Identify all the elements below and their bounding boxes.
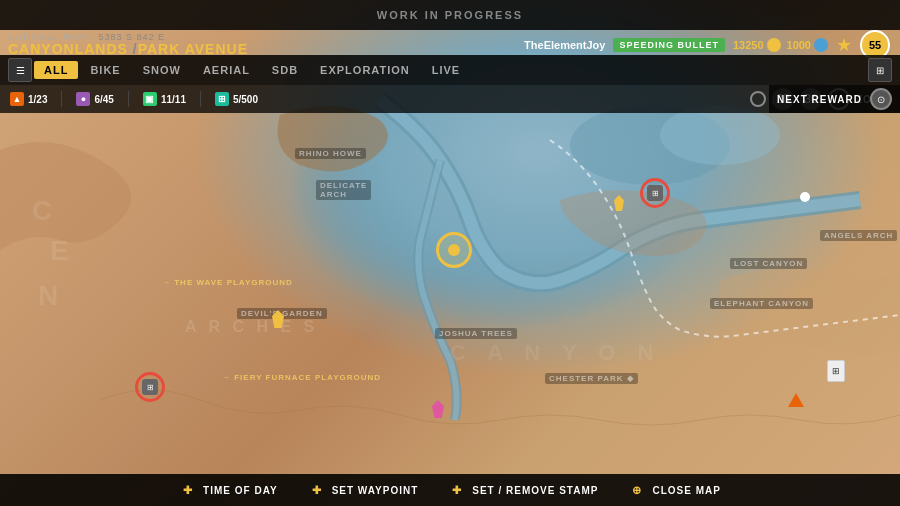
map-label-elephant: ELEPHANT CANYON [710,298,813,309]
map-label-angels: ANGELS ARCH [820,230,897,241]
work-in-progress-label: WORK IN PROGRESS [377,9,523,21]
filter-divider-2 [128,91,129,107]
filter-purple-count: 6/45 [94,94,113,105]
filter-purple-icon: ● [76,92,90,106]
nav-menu-icon[interactable]: ☰ [8,58,32,82]
nav-tab-live[interactable]: LIVE [422,61,470,79]
nav-search-icon[interactable]: ⊞ [868,58,892,82]
map-label-joshua: JOSHUA TREES [435,328,517,339]
marker-red-left[interactable]: ⊞ [135,372,165,402]
nav-tab-aerial[interactable]: AERIAL [193,61,260,79]
marker-pin-pink[interactable] [432,400,444,418]
close-map-label: CLOSE MAP [652,485,720,496]
zoom-icon-minus [750,91,766,107]
marker-warning[interactable] [788,393,804,407]
time-of-day-icon: ✚ [179,481,197,499]
set-remove-stamp-action[interactable]: ✚ SET / REMOVE STAMP [448,481,598,499]
marker-pin-right[interactable] [614,195,624,211]
filter-teal-icon: ⊞ [215,92,229,106]
marker-small-right[interactable]: ⊞ [827,360,845,382]
marker-player[interactable] [436,232,472,268]
close-map-icon: ⊕ [628,481,646,499]
nav-tab-exploration[interactable]: EXPLORATION [310,61,420,79]
set-waypoint-action[interactable]: ✚ SET WAYPOINT [308,481,419,499]
time-of-day-label: TIME OF DAY [203,485,278,496]
filter-green-count: 11/11 [161,94,186,105]
filter-orange-count: 1/23 [28,94,47,105]
currency-info: 13250 1000 [733,38,828,52]
marker-pin-left[interactable] [272,310,284,328]
filter-green[interactable]: ▣ 11/11 [143,92,186,106]
close-map-action[interactable]: ⊕ CLOSE MAP [628,481,720,499]
nav-tab-bike[interactable]: BIKE [80,61,130,79]
time-of-day-action[interactable]: ✚ TIME OF DAY [179,481,278,499]
filter-teal[interactable]: ⊞ 5/500 [215,92,258,106]
tokens-display: 1000 [787,38,828,52]
nav-bar: ☰ ALL BIKE SNOW AERIAL SDB EXPLORATION L… [0,55,900,85]
next-reward-label: NEXT REWARD [777,94,862,105]
map-label-delicate: DELICATEARCH [316,180,371,200]
filter-orange[interactable]: ▲ 1/23 [10,92,47,106]
filters-bar: ▲ 1/23 ● 6/45 ▣ 11/11 ⊞ 5/500 20 30 ZOOM [0,85,900,113]
filter-purple[interactable]: ● 6/45 [76,92,113,106]
filter-green-icon: ▣ [143,92,157,106]
set-remove-stamp-label: SET / REMOVE STAMP [472,485,598,496]
nav-tab-snow[interactable]: SNOW [133,61,191,79]
filter-orange-icon: ▲ [10,92,24,106]
next-reward-panel: NEXT REWARD ⊙ [769,85,900,113]
map-label-lost-canyon: LOST CANYON [730,258,807,269]
gold-coin-icon [767,38,781,52]
player-name: TheElementJoy [524,39,605,51]
filter-divider-1 [61,91,62,107]
star-icon: ★ [836,34,852,56]
top-bar: WORK IN PROGRESS [0,0,900,30]
filter-teal-count: 5/500 [233,94,258,105]
map-label-chester: CHESTER PARK ◆ [545,373,638,384]
map-label-rhino: RHINO HOWE [295,148,366,159]
map-sublabel-wave: → THE WAVE PLAYGROUND [162,278,293,287]
next-reward-icon[interactable]: ⊙ [870,88,892,110]
bottom-bar: ✚ TIME OF DAY ✚ SET WAYPOINT ✚ SET / REM… [0,474,900,506]
set-waypoint-label: SET WAYPOINT [332,485,419,496]
credits-display: 13250 [733,38,781,52]
marker-red-right[interactable]: ⊞ [640,178,670,208]
map-sublabel-furnace: → FIERY FURNACE PLAYGROUND [222,373,381,382]
challenge-badge: SPEEDING BULLET [613,38,725,52]
nav-tab-sdb[interactable]: SDB [262,61,308,79]
nav-tab-all[interactable]: ALL [34,61,78,79]
set-remove-stamp-icon: ✚ [448,481,466,499]
blue-coin-icon [814,38,828,52]
filter-divider-3 [200,91,201,107]
set-waypoint-icon: ✚ [308,481,326,499]
marker-white-dot[interactable] [800,192,810,202]
